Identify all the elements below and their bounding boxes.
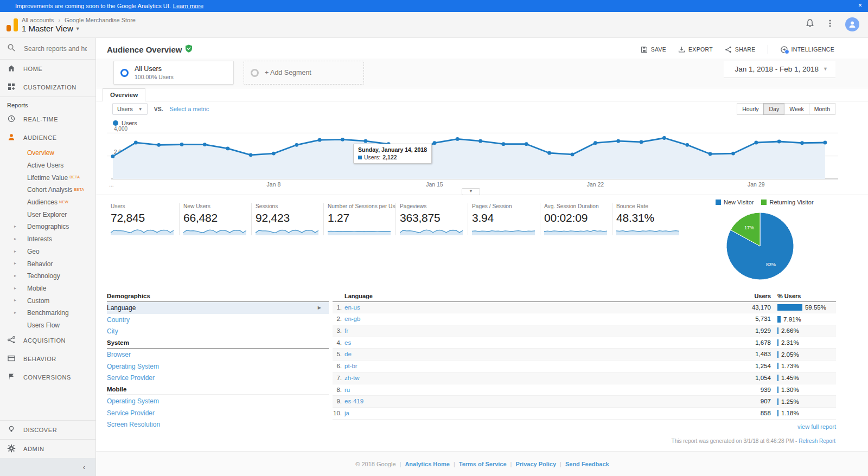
data-point-jan-2[interactable] bbox=[134, 141, 138, 145]
sidebar-item-acquisition[interactable]: ACQUISITION bbox=[0, 331, 95, 350]
data-point-jan-9[interactable] bbox=[295, 143, 298, 147]
pie-legend-new-visitor[interactable]: New Visitor bbox=[716, 199, 754, 205]
sidebar-item-overview[interactable]: Overview bbox=[0, 147, 95, 159]
view-selector[interactable]: 1 Master View▼ bbox=[22, 24, 80, 33]
sidebar-item-lifetime-value[interactable]: Lifetime ValueBETA bbox=[0, 171, 95, 184]
sidebar-item-audience[interactable]: AUDIENCE bbox=[0, 128, 95, 147]
sidebar-item-behavior[interactable]: ▸Behavior bbox=[0, 258, 95, 270]
data-point-jan-10[interactable] bbox=[318, 138, 322, 142]
metric-card-sessions[interactable]: Sessions92,423 bbox=[251, 203, 323, 235]
sidebar-item-conversions[interactable]: CONVERSIONS bbox=[0, 368, 95, 387]
footer-link-privacy-policy[interactable]: Privacy Policy bbox=[515, 461, 556, 467]
data-point-jan-30[interactable] bbox=[777, 140, 781, 144]
date-range-picker[interactable]: Jan 1, 2018 - Feb 1, 2018▼ bbox=[724, 61, 835, 78]
language-link-en-us[interactable]: en-us bbox=[344, 302, 360, 314]
sidebar-item-customization[interactable]: CUSTOMIZATION bbox=[0, 78, 95, 97]
breadcrumb-account[interactable]: Google Merchandise Store bbox=[65, 17, 136, 23]
tab-overview[interactable]: Overview bbox=[103, 88, 145, 101]
language-link-pt-br[interactable]: pt-br bbox=[344, 361, 358, 372]
metric-card-bounce-rate[interactable]: Bounce Rate48.31% bbox=[612, 203, 684, 235]
notifications-bell-icon[interactable] bbox=[805, 18, 815, 30]
data-point-jan-21[interactable] bbox=[571, 153, 575, 157]
language-link-ja[interactable]: ja bbox=[344, 408, 349, 420]
data-point-jan-29[interactable] bbox=[754, 141, 758, 145]
language-link-fr[interactable]: fr bbox=[344, 325, 348, 337]
sidebar-item-home[interactable]: HOME bbox=[0, 60, 95, 78]
data-point-jan-25[interactable] bbox=[662, 136, 666, 140]
data-point-feb-1[interactable] bbox=[824, 141, 827, 145]
segment-all-users[interactable]: All Users 100.00% Users bbox=[113, 61, 234, 85]
search-input[interactable] bbox=[23, 44, 88, 53]
pie-legend-returning-visitor[interactable]: Returning Visitor bbox=[761, 199, 813, 205]
data-point-jan-7[interactable] bbox=[249, 153, 253, 157]
menu-item-service-provider[interactable]: Service Provider bbox=[107, 407, 329, 419]
metric-card-users[interactable]: Users72,845 bbox=[107, 203, 179, 235]
footer-link-send-feedback[interactable]: Send Feedback bbox=[565, 461, 609, 467]
sidebar-item-audiences[interactable]: AudiencesNEW bbox=[0, 196, 95, 209]
data-point-jan-12[interactable] bbox=[364, 139, 368, 143]
sidebar-search[interactable] bbox=[0, 38, 95, 60]
analytics-logo-icon[interactable] bbox=[6, 18, 19, 31]
data-point-jan-27[interactable] bbox=[709, 152, 712, 156]
data-point-jan-5[interactable] bbox=[203, 143, 207, 146]
refresh-report-link[interactable]: Refresh Report bbox=[799, 438, 835, 444]
metric-card-number-of-sessions-per-user[interactable]: Number of Sessions per User1.27 bbox=[323, 203, 395, 235]
granularity-week[interactable]: Week bbox=[784, 103, 809, 115]
data-point-jan-20[interactable] bbox=[547, 151, 551, 155]
footer-link-terms-of-service[interactable]: Terms of Service bbox=[459, 461, 507, 467]
metric-card-avg-session-duration[interactable]: Avg. Session Duration00:02:09 bbox=[540, 203, 612, 235]
menu-item-country[interactable]: Country bbox=[107, 314, 329, 326]
menu-item-operating-system[interactable]: Operating System bbox=[107, 395, 329, 407]
data-point-jan-19[interactable] bbox=[525, 142, 528, 146]
menu-item-browser[interactable]: Browser bbox=[107, 349, 329, 361]
export-button[interactable]: EXPORT bbox=[678, 46, 713, 53]
data-point-jan-8[interactable] bbox=[272, 152, 276, 156]
data-point-jan-17[interactable] bbox=[478, 139, 482, 143]
sidebar-item-discover[interactable]: DISCOVER bbox=[0, 421, 95, 439]
data-point-jan-3[interactable] bbox=[157, 143, 161, 147]
banner-close-icon[interactable]: × bbox=[858, 2, 862, 9]
data-point-jan-11[interactable] bbox=[341, 138, 344, 141]
granularity-hourly[interactable]: Hourly bbox=[737, 103, 764, 115]
metric-card-pages-session[interactable]: Pages / Session3.94 bbox=[468, 203, 540, 235]
granularity-day[interactable]: Day bbox=[763, 103, 784, 115]
metric-card-pageviews[interactable]: Pageviews363,875 bbox=[395, 203, 468, 235]
data-point-jan-31[interactable] bbox=[800, 141, 804, 145]
sidebar-item-mobile[interactable]: ▸Mobile bbox=[0, 282, 95, 295]
menu-item-service-provider[interactable]: Service Provider bbox=[107, 372, 329, 384]
data-point-jan-16[interactable] bbox=[456, 137, 459, 141]
footer-link-analytics-home[interactable]: Analytics Home bbox=[405, 461, 450, 467]
column-header-pct-users[interactable]: % Users bbox=[777, 293, 801, 299]
sidebar-item-technology[interactable]: ▸Technology bbox=[0, 270, 95, 282]
menu-item-operating-system[interactable]: Operating System bbox=[107, 361, 329, 372]
data-point-jan-26[interactable] bbox=[685, 143, 689, 147]
data-point-jan-22[interactable] bbox=[593, 141, 597, 145]
select-metric-link[interactable]: Select a metric bbox=[170, 106, 209, 112]
language-link-es[interactable]: es bbox=[344, 337, 351, 349]
language-link-zh-tw[interactable]: zh-tw bbox=[344, 372, 359, 384]
menu-item-screen-resolution[interactable]: Screen Resolution bbox=[107, 419, 329, 431]
sidebar-item-realtime[interactable]: REAL-TIME bbox=[0, 110, 95, 128]
sidebar-item-benchmarking[interactable]: ▸Benchmarking bbox=[0, 307, 95, 319]
view-full-report-link[interactable]: view full report bbox=[797, 423, 836, 430]
metric-card-new-users[interactable]: New Users66,482 bbox=[179, 203, 251, 235]
sidebar-item-active-users[interactable]: Active Users bbox=[0, 159, 95, 172]
intelligence-button[interactable]: INTELLIGENCE bbox=[780, 46, 834, 54]
sidebar-collapse-button[interactable]: ‹ bbox=[0, 458, 95, 476]
sidebar-item-geo[interactable]: ▸Geo bbox=[0, 246, 95, 258]
save-button[interactable]: SAVE bbox=[641, 46, 666, 53]
data-point-jan-6[interactable] bbox=[226, 147, 229, 151]
sidebar-item-user-explorer[interactable]: User Explorer bbox=[0, 208, 95, 221]
menu-item-language[interactable]: Language▶ bbox=[107, 302, 329, 314]
column-header-language[interactable]: Language bbox=[344, 293, 373, 299]
sidebar-item-users-flow[interactable]: Users Flow bbox=[0, 319, 95, 332]
sidebar-item-cohort-analysis[interactable]: Cohort AnalysisBETA bbox=[0, 184, 95, 196]
sidebar-item-behavior[interactable]: BEHAVIOR bbox=[0, 350, 95, 368]
sidebar-item-custom[interactable]: ▸Custom bbox=[0, 294, 95, 307]
language-link-ru[interactable]: ru bbox=[344, 384, 350, 396]
add-segment-button[interactable]: + Add Segment bbox=[244, 61, 364, 85]
sidebar-item-interests[interactable]: ▸Interests bbox=[0, 233, 95, 246]
banner-learn-more-link[interactable]: Learn more bbox=[173, 3, 203, 9]
data-point-jan-24[interactable] bbox=[640, 140, 643, 144]
data-point-jan-4[interactable] bbox=[180, 143, 184, 146]
